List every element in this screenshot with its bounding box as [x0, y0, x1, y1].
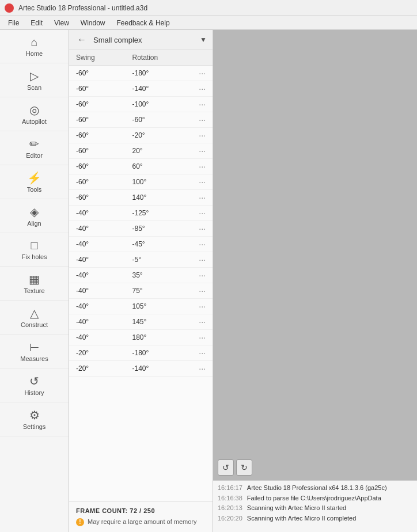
menu-item-window[interactable]: Window: [75, 18, 111, 28]
table-row[interactable]: -60°-60°···: [69, 112, 213, 128]
table-row[interactable]: -60°-20°···: [69, 128, 213, 143]
table-row[interactable]: -40°75°···: [69, 283, 213, 299]
sidebar-item-settings[interactable]: ⚙Settings: [0, 402, 69, 436]
rotation-cell: -20°: [132, 131, 189, 139]
log-entry: 16:20:13Scanning with Artec Micro II sta…: [218, 503, 412, 514]
table-row[interactable]: -40°105°···: [69, 299, 213, 314]
sidebar-item-texture[interactable]: ▦Texture: [0, 267, 69, 301]
row-menu-button[interactable]: ···: [188, 177, 206, 187]
rotation-column-header: Rotation: [132, 54, 189, 62]
row-menu-button[interactable]: ···: [188, 84, 206, 93]
log-area: 16:16:17Artec Studio 18 Professional x64…: [213, 480, 417, 532]
row-menu-button[interactable]: ···: [188, 146, 206, 155]
scan-icon: ▷: [30, 69, 39, 83]
row-menu-button[interactable]: ···: [188, 193, 206, 202]
rotation-cell: -45°: [132, 240, 189, 248]
row-menu-button[interactable]: ···: [188, 348, 206, 358]
app-icon: [5, 3, 14, 13]
menu-column-header: [188, 54, 206, 62]
sidebar-item-scan[interactable]: ▷Scan: [0, 63, 69, 97]
row-menu-button[interactable]: ···: [188, 302, 206, 311]
table-row[interactable]: -20°-140°···: [69, 361, 213, 377]
row-menu-button[interactable]: ···: [188, 286, 206, 295]
panel-title: Small complex: [93, 36, 200, 44]
sidebar-item-align[interactable]: ◈Align: [0, 199, 69, 233]
rotation-cell: 180°: [132, 333, 189, 341]
menu-item-file[interactable]: File: [2, 18, 25, 28]
table-row[interactable]: -60°-140°···: [69, 81, 213, 97]
table-row[interactable]: -40°-85°···: [69, 221, 213, 237]
menu-bar: FileEditViewWindowFeedback & Help: [0, 16, 417, 30]
swing-cell: -40°: [76, 333, 132, 341]
row-menu-button[interactable]: ···: [188, 69, 206, 78]
redo-button[interactable]: ↻: [236, 459, 252, 476]
swing-cell: -60°: [76, 100, 132, 108]
table-row[interactable]: -40°-125°···: [69, 206, 213, 221]
swing-cell: -60°: [76, 69, 132, 77]
row-menu-button[interactable]: ···: [188, 162, 206, 171]
row-menu-button[interactable]: ···: [188, 271, 206, 280]
sidebar-item-autopilot[interactable]: ◎Autopilot: [0, 97, 69, 131]
sidebar-item-editor[interactable]: ✏Editor: [0, 131, 69, 165]
row-menu-button[interactable]: ···: [188, 255, 206, 264]
row-menu-button[interactable]: ···: [188, 333, 206, 342]
table-row[interactable]: -60°100°···: [69, 174, 213, 190]
menu-item-edit[interactable]: Edit: [25, 18, 48, 28]
frame-count-label: FRAME COUNT: 72 / 250: [76, 507, 206, 514]
panel-dropdown-button[interactable]: ▼: [200, 36, 207, 44]
table-row[interactable]: -40°145°···: [69, 314, 213, 330]
row-menu-button[interactable]: ···: [188, 115, 206, 124]
row-menu-button[interactable]: ···: [188, 100, 206, 109]
sidebar-item-construct[interactable]: △Construct: [0, 301, 69, 335]
log-message: Artec Studio 18 Professional x64 18.1.3.…: [247, 483, 387, 493]
sidebar-item-home[interactable]: ⌂Home: [0, 30, 69, 63]
menu-item-view[interactable]: View: [48, 18, 75, 28]
row-menu-button[interactable]: ···: [188, 240, 206, 249]
panel-back-button[interactable]: ←: [75, 35, 89, 45]
table-row[interactable]: -60°60°···: [69, 159, 213, 174]
undo-button[interactable]: ↺: [218, 459, 234, 476]
table-row[interactable]: -40°-45°···: [69, 237, 213, 252]
sidebar-label-texture: Texture: [24, 287, 44, 294]
row-menu-button[interactable]: ···: [188, 208, 206, 218]
main-area: ⌂Home▷Scan◎Autopilot✏Editor⚡Tools◈Align□…: [0, 30, 417, 532]
sidebar-item-history[interactable]: ↺History: [0, 368, 69, 402]
panel-area: ← Small complex ▼ Swing Rotation -60°-18…: [69, 30, 213, 532]
table-row[interactable]: -60°-100°···: [69, 97, 213, 112]
sidebar-item-tools[interactable]: ⚡Tools: [0, 165, 69, 199]
log-entry: 16:16:38Failed to parse file C:\Users\jr…: [218, 493, 412, 504]
table-row[interactable]: -20°-180°···: [69, 345, 213, 361]
sidebar-item-measures[interactable]: ⊢Measures: [0, 335, 69, 368]
row-menu-button[interactable]: ···: [188, 131, 206, 140]
scan-table: Swing Rotation -60°-180°···-60°-140°···-…: [69, 50, 213, 501]
settings-icon: ⚙: [29, 408, 40, 422]
swing-cell: -60°: [76, 116, 132, 124]
table-row[interactable]: -60°20°···: [69, 143, 213, 159]
table-row[interactable]: -60°140°···: [69, 190, 213, 206]
sidebar-label-settings: Settings: [23, 423, 46, 430]
swing-cell: -20°: [76, 364, 132, 373]
row-menu-button[interactable]: ···: [188, 364, 206, 373]
rotation-cell: 20°: [132, 147, 189, 155]
log-entry: 16:20:20Scanning with Artec Micro II com…: [218, 514, 412, 524]
menu-item-feedback---help[interactable]: Feedback & Help: [111, 18, 176, 28]
row-menu-button[interactable]: ···: [188, 224, 206, 233]
panel-header: ← Small complex ▼: [69, 30, 213, 50]
table-row[interactable]: -60°-180°···: [69, 66, 213, 81]
row-menu-button[interactable]: ···: [188, 317, 206, 326]
table-header: Swing Rotation: [69, 50, 213, 66]
rotation-cell: 100°: [132, 178, 189, 186]
table-row[interactable]: -40°35°···: [69, 268, 213, 283]
sidebar-label-align: Align: [27, 220, 41, 227]
log-message: Scanning with Artec Micro II started: [247, 503, 346, 514]
warning-row: ! May require a large amount of memory: [76, 518, 206, 526]
table-row[interactable]: -40°180°···: [69, 330, 213, 345]
rotation-cell: -60°: [132, 116, 189, 124]
align-icon: ◈: [30, 205, 39, 219]
table-row[interactable]: -40°-5°···: [69, 252, 213, 268]
rotation-cell: 105°: [132, 302, 189, 310]
rotation-cell: -180°: [132, 69, 189, 77]
sidebar-item-fix-holes[interactable]: □Fix holes: [0, 233, 69, 267]
rotation-cell: 35°: [132, 271, 189, 279]
rotation-cell: -85°: [132, 225, 189, 233]
